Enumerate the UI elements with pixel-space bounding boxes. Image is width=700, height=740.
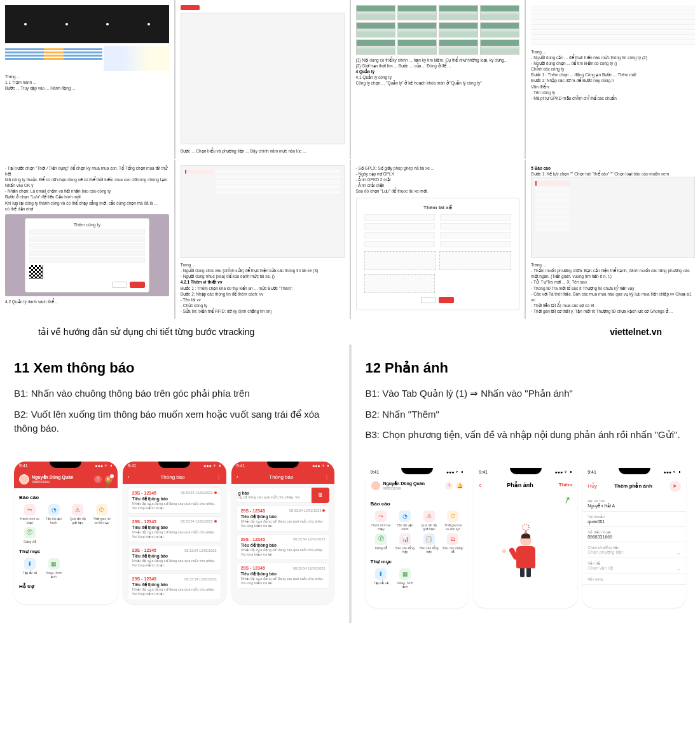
media-icon[interactable]: ▦	[48, 558, 60, 570]
phananh-header: ‹ Phản ánh Thêm	[474, 477, 577, 493]
media-icon[interactable]: ▦	[399, 568, 411, 580]
field-taikhoan[interactable]: Tài khoản quan001	[582, 512, 686, 527]
notif-desc: Nhiệt độ của động cơ đang cao quá mức ch…	[132, 502, 217, 510]
notification-item[interactable]: 29S - 1234508:33:54 12/02/2023 Tiêu đề t…	[237, 534, 330, 560]
dialog-backdrop: Thêm công ty	[5, 214, 169, 296]
route-icon[interactable]: ⤳	[375, 510, 387, 522]
label: - Thấm muốn phương chữa: Bạn cần hiện th…	[531, 268, 695, 279]
person-icon	[510, 535, 542, 579]
status-bar: 9:41 ●●● ᯤ ▮	[366, 468, 469, 477]
overspeed-icon[interactable]: ⚠	[423, 510, 435, 522]
cancel-button[interactable]: Hủy	[587, 483, 597, 489]
section-11: 11 Xem thông báo B1: Nhấn vào chuông thô…	[0, 345, 349, 623]
status-bar: 9:41 ●●● ᯤ ▮	[14, 462, 118, 470]
cancel-button[interactable]	[421, 297, 436, 303]
back-icon[interactable]: ‹	[479, 481, 481, 490]
parking-icon[interactable]: Ⓟ	[375, 533, 387, 545]
drivetime-icon[interactable]: ⏱	[96, 504, 107, 516]
back-icon[interactable]: ‹	[128, 474, 130, 480]
label: Bước 2: Nhập các dữ ra để Bước nay dùng …	[531, 78, 695, 83]
save-button[interactable]	[439, 297, 454, 303]
label: Bước ở chọn "Lưu" để tiếu Cấu hình mới.	[5, 194, 169, 200]
notification-list[interactable]: 29S - 1234508:33:54 12/02/2023 Tiêu đề t…	[128, 488, 221, 600]
report1-icon[interactable]: 📊	[399, 533, 411, 545]
header-title: Phản ánh	[507, 482, 533, 488]
avatar[interactable]	[19, 474, 29, 484]
label: - Số GPLX: Số giấy phép ghép nã tài xe .…	[356, 165, 520, 171]
icon-label: Quá tốc độ giới hạn	[67, 517, 88, 524]
report3-icon[interactable]: 🗂	[447, 533, 458, 545]
notif-title: Tiêu đề thông báo	[132, 497, 217, 502]
icon-label: Dừng đỗ	[24, 540, 36, 544]
field-sdt[interactable]: Số điện thoại 0988331669	[582, 527, 686, 542]
notif-time: 08:33:54 12/02/2023	[181, 491, 212, 495]
overspeed-icon[interactable]: ⚠	[72, 504, 83, 516]
label: Trang ...	[531, 49, 695, 55]
label: Trang ...	[5, 74, 169, 79]
notification-item[interactable]: 29S - 1234508:33:54 12/02/2023 Tiêu đề t…	[128, 488, 221, 514]
notification-item[interactable]: 29S - 1234508:33:54 12/02/2023 Tiêu đề t…	[237, 505, 330, 531]
label: - Chức công ty	[181, 303, 345, 308]
send-button[interactable]: ➤	[669, 481, 681, 492]
add-button[interactable]: Thêm	[559, 482, 572, 488]
phone-notification-swipe: 9:41 ●●● ᯤ ▮ ‹ Thông báo ⋮ g báo ng cơ đ…	[231, 462, 335, 604]
notif-header: ‹ Thông báo ⋮	[231, 470, 335, 484]
bell-icon[interactable]: 🔔	[456, 482, 463, 490]
phone-notifications: 9:41 ●●● ᯤ ▮ ‹ Thông báo ⋮ 29S - 1234508…	[123, 462, 226, 604]
section-12-title: 12 Phản ánh	[366, 360, 687, 376]
notification-item[interactable]: 29S - 1234508:33:54 12/02/2023 Tiêu đề t…	[237, 563, 330, 589]
photo-grid	[356, 5, 520, 55]
field-vande[interactable]: Vấn đề Chọn vấn đề⌄	[582, 558, 686, 574]
field-hoten[interactable]: Họ và Tên Nguyễn Hải A	[582, 496, 686, 512]
parking-icon[interactable]: Ⓟ	[24, 527, 36, 538]
label: - Tên tài vv	[181, 297, 345, 303]
label: - Người dùng nhúc (xóa) để xóa danh mức …	[181, 273, 345, 279]
status-icons-icon: ●●● ᯤ ▮	[312, 463, 330, 468]
label: có thể dần nhớ	[5, 206, 169, 212]
status-bar: 9:41 ●●● ᯤ ▮	[231, 462, 335, 470]
notification-item[interactable]: 29S - 1234508:33:54 12/02/2023 Tiêu đề t…	[128, 545, 221, 571]
more-icon[interactable]: ⋮	[324, 474, 329, 480]
notif-header: ‹ Thông báo ⋮	[123, 470, 226, 484]
app-header: Nguyễn Dũng Quân 0988331669 ? 🔔	[366, 477, 469, 495]
thumb-r2c3: - Số GPLX: Số giấy phép ghép nã tài xe .…	[351, 160, 525, 319]
label: - Ảnh GPKD 2 mặt	[356, 177, 520, 182]
download-icon[interactable]: ⬇	[24, 558, 36, 570]
speed-icon[interactable]: ◔	[399, 510, 411, 522]
report-screenshot	[531, 177, 695, 258]
notification-item[interactable]: 29S - 1234508:33:54 12/02/2023 Tiêu đề t…	[128, 516, 221, 542]
help-icon[interactable]: ?	[94, 476, 102, 483]
label: - Ngày cập nợ GPLX	[356, 171, 520, 177]
speed-icon[interactable]: ◔	[48, 504, 60, 516]
more-icon[interactable]: ⋮	[216, 474, 221, 480]
header-title: Thông báo	[160, 474, 184, 480]
save-button[interactable]	[130, 282, 145, 288]
user-phone: 0988331669	[32, 480, 73, 484]
notification-item[interactable]: 29S - 1234508:33:54 12/02/2023 Tiêu đề t…	[128, 573, 221, 600]
delete-button[interactable]: 🗑	[312, 488, 329, 503]
status-icons-icon: ●●● ᯤ ▮	[95, 463, 113, 468]
drivetime-icon[interactable]: ⏱	[447, 510, 458, 522]
back-icon[interactable]: ‹	[237, 474, 238, 480]
section-12: 12 Phản ánh B1: Vào Tab Quản lý (1) ⇒ Nh…	[352, 345, 701, 623]
trash-icon: 🗑	[318, 492, 323, 498]
field-noidung[interactable]: Nội dung	[582, 574, 686, 585]
label: - Người dùng chọn ... để tìm kiếm có côn…	[531, 60, 695, 66]
form-title: Thêm tài xế	[364, 205, 512, 210]
cancel-button[interactable]	[112, 282, 127, 288]
help-icon[interactable]: ?	[445, 482, 453, 490]
status-icons-icon: ●●● ᯤ ▮	[446, 470, 464, 474]
label: - Tại bước chọn "Thời / Tiến dụng" để ch…	[5, 165, 169, 177]
label: - Người dùng click vào (chỉnh sửa) để th…	[181, 268, 345, 273]
download-icon[interactable]: ⬇	[375, 568, 387, 580]
avatar[interactable]	[371, 481, 381, 491]
section-11-phones: 9:41 ●●● ᯤ ▮ Nguyễn Dũng Quân 0988331669…	[14, 462, 335, 604]
document-thumbnails-row-2: - Tại bước chọn "Thời / Tiến dụng" để ch…	[0, 160, 700, 319]
field-phuongtien[interactable]: Chọn phương tiện Chọn phương tiện⌄	[582, 542, 686, 558]
label: Bước 1 : Thêm chọn ... đồng Công ạn Bước…	[531, 72, 695, 78]
label: Bước 2: Nhập các thông tin để thêm cách:…	[181, 291, 345, 297]
swiped-notification[interactable]: g báo ng cơ đang cao quá mức cho phép. V…	[237, 488, 330, 503]
report2-icon[interactable]: 📋	[423, 533, 435, 545]
status-bar: 9:41 ●●● ᯤ ▮	[474, 468, 577, 477]
route-icon[interactable]: ⤳	[24, 504, 36, 516]
